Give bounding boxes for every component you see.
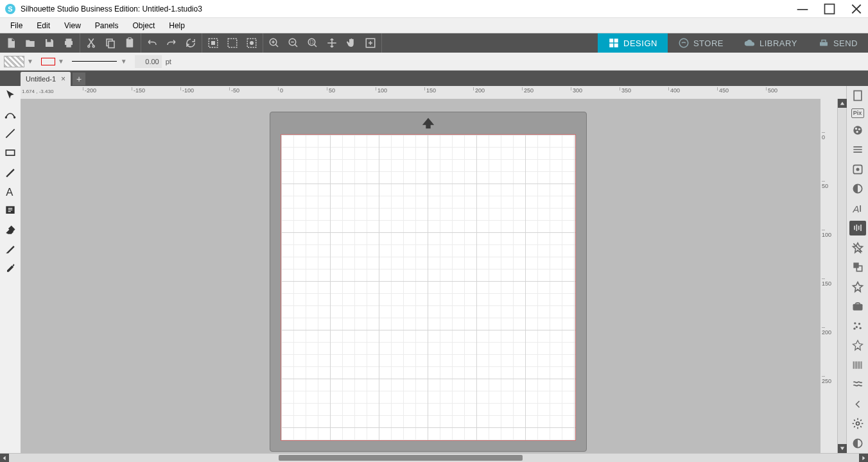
undo-button[interactable] — [145, 36, 159, 50]
right-panel: Pix A — [846, 86, 868, 453]
nav-tab-store[interactable]: STORE — [668, 33, 734, 53]
title-bar: S Silhouette Studio Business Edition: Un… — [0, 0, 868, 18]
menu-panels[interactable]: Panels — [89, 20, 125, 31]
pixscan-panel-button[interactable]: Pix — [851, 108, 864, 118]
nesting-panel-button[interactable] — [849, 299, 866, 314]
close-tab-icon[interactable]: × — [61, 74, 65, 83]
copy-button[interactable] — [103, 36, 117, 50]
modify-panel-button[interactable] — [849, 260, 866, 275]
preferences-button[interactable] — [849, 416, 866, 431]
stipple-panel-button[interactable] — [849, 319, 866, 334]
canvas[interactable] — [21, 99, 820, 453]
stroke-weight-input[interactable] — [135, 55, 162, 68]
nav-tab-design[interactable]: DESIGN — [598, 33, 668, 53]
svg-point-44 — [853, 327, 855, 329]
transform-panel-button[interactable] — [849, 221, 866, 235]
scroll-down-button[interactable] — [838, 444, 847, 453]
image-effects-panel-button[interactable] — [849, 182, 866, 196]
dropdown-icon[interactable]: ▼ — [121, 58, 127, 65]
menu-file[interactable]: File — [4, 20, 29, 31]
redo-button[interactable] — [164, 36, 178, 50]
print-button[interactable] — [62, 36, 76, 50]
properties-toolbar: ▼ ▼ ▼ pt — [0, 53, 868, 71]
freehand-tool[interactable] — [3, 164, 18, 180]
rhinestone-panel-button[interactable] — [849, 280, 866, 295]
svg-rect-21 — [820, 42, 828, 46]
barcode-panel-button[interactable] — [849, 358, 866, 373]
eraser-tool[interactable] — [3, 222, 18, 237]
svg-point-34 — [856, 167, 859, 171]
menu-view[interactable]: View — [58, 20, 87, 31]
select-all-button[interactable] — [206, 36, 220, 50]
line-style-sample[interactable] — [72, 61, 117, 62]
pan-button[interactable] — [344, 36, 358, 50]
svg-point-30 — [855, 128, 856, 130]
svg-rect-18 — [609, 44, 613, 47]
svg-rect-39 — [853, 304, 862, 311]
menu-bar: File Edit View Panels Object Help — [0, 18, 868, 33]
svg-rect-3 — [108, 41, 114, 48]
edit-points-tool[interactable] — [3, 107, 18, 122]
deselect-button[interactable] — [225, 36, 239, 50]
app-icon: S — [5, 4, 15, 14]
close-button[interactable] — [850, 3, 863, 15]
sketch-panel-button[interactable] — [849, 338, 866, 353]
svg-text:A: A — [852, 203, 859, 214]
nav-tab-library[interactable]: LIBRARY — [734, 33, 808, 53]
offset-panel-button[interactable] — [849, 241, 866, 255]
zoom-out-button[interactable] — [286, 36, 300, 50]
text-style-panel-button[interactable]: A — [849, 201, 866, 216]
document-tab[interactable]: Untitled-1 × — [21, 72, 71, 86]
select-tool[interactable] — [3, 87, 18, 103]
text-tool[interactable]: A — [3, 184, 18, 199]
dropdown-icon[interactable]: ▼ — [27, 58, 33, 65]
knife-tool[interactable] — [3, 241, 18, 257]
svg-point-45 — [856, 422, 859, 425]
add-tab-button[interactable]: + — [73, 73, 85, 85]
zoom-drag-button[interactable] — [325, 36, 339, 50]
zoom-in-button[interactable] — [267, 36, 281, 50]
page-setup-panel-button[interactable] — [849, 89, 866, 103]
design-page[interactable] — [281, 134, 576, 441]
nav-tab-label: DESIGN — [623, 38, 657, 48]
chevron-left-icon[interactable] — [849, 397, 866, 412]
line-style-panel-button[interactable] — [849, 142, 866, 157]
zoom-selection-button[interactable] — [306, 36, 320, 50]
fit-page-button[interactable] — [363, 36, 378, 50]
refresh-button[interactable] — [184, 36, 198, 50]
note-tool[interactable] — [3, 203, 18, 218]
svg-rect-19 — [614, 44, 618, 47]
menu-help[interactable]: Help — [162, 20, 191, 31]
emboss-panel-button[interactable] — [849, 377, 866, 392]
theme-button[interactable] — [849, 436, 866, 451]
dropdown-icon[interactable]: ▼ — [58, 58, 64, 65]
mat-feed-arrow-icon — [421, 117, 435, 132]
horizontal-scrollbar[interactable] — [0, 453, 868, 462]
open-file-button[interactable] — [23, 36, 37, 50]
vertical-scrollbar[interactable] — [837, 99, 846, 453]
new-file-button[interactable] — [4, 36, 18, 50]
scroll-left-button[interactable] — [0, 454, 9, 463]
fill-swatch[interactable] — [4, 56, 24, 67]
trace-panel-button[interactable] — [849, 162, 866, 177]
menu-object[interactable]: Object — [126, 20, 162, 31]
fill-panel-button[interactable] — [849, 123, 866, 138]
scrollbar-thumb[interactable] — [279, 455, 523, 461]
line-tool[interactable] — [3, 126, 18, 141]
center-view-button[interactable] — [245, 36, 259, 50]
nav-tab-send[interactable]: SEND — [808, 33, 868, 53]
rectangle-tool[interactable] — [3, 145, 18, 160]
stroke-unit-label: pt — [166, 58, 171, 65]
eyedropper-tool[interactable] — [3, 261, 18, 276]
maximize-button[interactable] — [823, 3, 836, 15]
cut-button[interactable] — [84, 36, 98, 50]
minimize-button[interactable] — [796, 3, 809, 15]
paste-button[interactable] — [123, 36, 137, 50]
main-toolbar: DESIGN STORE LIBRARY SEND — [0, 33, 868, 53]
svg-point-23 — [13, 116, 15, 118]
scroll-right-button[interactable] — [859, 454, 868, 463]
scroll-up-button[interactable] — [838, 99, 847, 108]
save-button[interactable] — [42, 36, 56, 50]
line-color-swatch[interactable] — [41, 58, 55, 65]
menu-edit[interactable]: Edit — [30, 20, 56, 31]
